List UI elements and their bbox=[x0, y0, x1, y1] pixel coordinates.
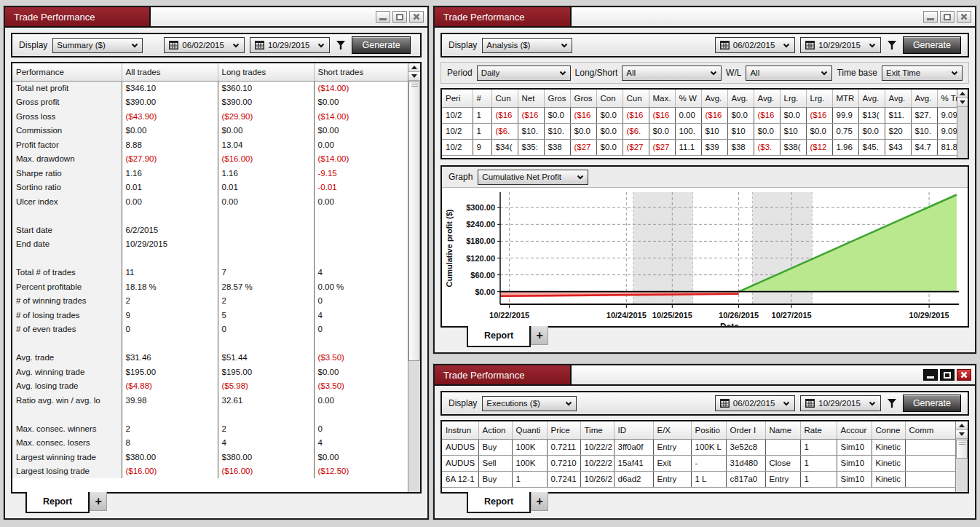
column-header[interactable]: Positio bbox=[691, 421, 726, 439]
timebase-select[interactable]: Exit Time bbox=[882, 66, 963, 81]
add-tab-button[interactable]: + bbox=[531, 326, 548, 345]
table-row[interactable]: 6A 12-1Buy10.724110/26/2d6ad2Entry1 Lc81… bbox=[442, 471, 961, 487]
filter-button[interactable] bbox=[886, 397, 898, 409]
scrollbar-thumb[interactable] bbox=[956, 440, 968, 459]
table-row[interactable]: Max. consec. losers844 bbox=[12, 436, 411, 451]
column-header[interactable]: Price bbox=[547, 421, 580, 439]
column-header[interactable]: Avg. bbox=[754, 90, 780, 107]
column-header[interactable]: Quanti bbox=[512, 421, 547, 439]
date-to-picker[interactable]: 10/29/2015 bbox=[800, 37, 881, 53]
wl-select[interactable]: All bbox=[746, 66, 832, 81]
date-to-picker[interactable]: 10/29/2015 bbox=[250, 37, 331, 53]
column-header[interactable]: Peri bbox=[442, 90, 473, 107]
close-button[interactable] bbox=[957, 11, 971, 23]
period-select[interactable]: Daily bbox=[477, 66, 571, 81]
add-tab-button[interactable]: + bbox=[531, 492, 548, 511]
maximize-button[interactable] bbox=[392, 11, 407, 23]
table-row[interactable] bbox=[12, 251, 411, 266]
table-row[interactable]: Total net profit$346.10$360.10($14.00) bbox=[12, 81, 411, 95]
titlebar[interactable]: Trade Performance bbox=[435, 7, 975, 28]
titlebar[interactable]: Trade Performance bbox=[5, 7, 427, 28]
scroll-down-button[interactable] bbox=[956, 430, 968, 439]
table-row[interactable]: Total # of trades1174 bbox=[12, 266, 411, 280]
table-row[interactable]: Sortino ratio0.010.01-0.01 bbox=[12, 181, 411, 195]
column-header[interactable]: Order I bbox=[726, 421, 765, 439]
minimize-button[interactable] bbox=[923, 369, 938, 381]
column-header[interactable]: Name bbox=[765, 421, 800, 439]
table-row[interactable]: AUDUSSell100K0.721010/22/215af41Exit-31d… bbox=[442, 455, 961, 471]
column-header[interactable]: Time bbox=[580, 421, 614, 439]
column-header[interactable]: MTR bbox=[832, 90, 858, 107]
display-select[interactable]: Executions ($) bbox=[482, 396, 577, 411]
scroll-down-button[interactable] bbox=[957, 98, 968, 107]
tab-report[interactable]: Report bbox=[467, 326, 531, 347]
table-row[interactable]: Ulcer index0.000.000.00 bbox=[12, 194, 411, 209]
minimize-button[interactable] bbox=[923, 11, 938, 23]
column-header[interactable]: # bbox=[473, 90, 491, 107]
table-row[interactable]: # of winning trades220 bbox=[12, 294, 411, 309]
table-row[interactable]: Gross profit$390.00$390.00$0.00 bbox=[12, 95, 411, 110]
filter-button[interactable] bbox=[886, 39, 898, 51]
column-header[interactable]: Net bbox=[518, 90, 544, 107]
table-row[interactable]: Ratio avg. win / avg. lo39.9832.610.00 bbox=[12, 393, 411, 408]
close-button[interactable] bbox=[409, 11, 424, 23]
column-header[interactable]: Short trades bbox=[314, 63, 411, 81]
longshort-select[interactable]: All bbox=[622, 66, 722, 81]
column-header[interactable]: All trades bbox=[122, 63, 218, 81]
table-row[interactable]: Avg. trade$31.46$51.44($3.50) bbox=[12, 351, 411, 365]
table-row[interactable] bbox=[12, 408, 411, 422]
vertical-scrollbar[interactable] bbox=[955, 421, 968, 492]
table-row[interactable]: Avg. winning trade$195.00$195.00$0.00 bbox=[12, 365, 411, 379]
column-header[interactable]: Gros bbox=[570, 90, 596, 107]
column-header[interactable]: Cun bbox=[491, 90, 518, 107]
table-row[interactable]: Profit factor8.8813.040.00 bbox=[12, 138, 411, 152]
generate-button[interactable]: Generate bbox=[903, 395, 961, 412]
table-row[interactable]: Commission$0.00$0.00$0.00 bbox=[12, 124, 411, 138]
table-row[interactable]: # of losing trades954 bbox=[12, 308, 411, 322]
scroll-down-button[interactable] bbox=[408, 72, 420, 81]
generate-button[interactable]: Generate bbox=[352, 36, 410, 54]
table-row[interactable]: Max. drawdown($27.90)($16.00)($14.00) bbox=[12, 152, 411, 167]
date-from-picker[interactable]: 06/02/2015 bbox=[715, 37, 796, 53]
minimize-button[interactable] bbox=[376, 11, 390, 23]
table-row[interactable] bbox=[12, 209, 411, 223]
graph-type-select[interactable]: Cumulative Net Profit bbox=[478, 170, 588, 185]
vertical-scrollbar[interactable] bbox=[408, 63, 420, 492]
table-row[interactable] bbox=[12, 336, 411, 351]
date-from-picker[interactable]: 06/02/2015 bbox=[164, 37, 245, 53]
maximize-button[interactable] bbox=[940, 369, 955, 381]
table-row[interactable]: Max. consec. winners220 bbox=[12, 421, 411, 436]
table-row[interactable]: 10/29$34($35:$38($27$0.0($27($2711.1$39$… bbox=[442, 139, 960, 155]
vertical-scrollbar[interactable] bbox=[957, 90, 968, 158]
column-header[interactable]: Avg. bbox=[858, 90, 885, 107]
column-header[interactable]: Long trades bbox=[218, 63, 314, 81]
column-header[interactable]: Cun bbox=[623, 90, 649, 107]
table-row[interactable]: # of even trades000 bbox=[12, 322, 411, 337]
column-header[interactable]: Instrun bbox=[442, 421, 478, 439]
scrollbar-track[interactable] bbox=[408, 82, 420, 492]
column-header[interactable]: Comm bbox=[905, 421, 961, 439]
tab-report[interactable]: Report bbox=[25, 492, 90, 513]
titlebar[interactable]: Trade Performance bbox=[435, 365, 975, 386]
table-row[interactable]: Sharpe ratio1.161.16-9.15 bbox=[12, 166, 411, 181]
column-header[interactable]: Avg. bbox=[911, 90, 937, 107]
column-header[interactable]: Lrg. bbox=[780, 90, 806, 107]
column-header[interactable]: Max. bbox=[649, 90, 675, 107]
column-header[interactable]: Avg. bbox=[701, 90, 727, 107]
tab-report[interactable]: Report bbox=[467, 492, 531, 513]
date-from-picker[interactable]: 06/02/2015 bbox=[715, 395, 796, 411]
column-header[interactable]: Avg. bbox=[727, 90, 754, 107]
table-row[interactable]: Avg. losing trade($4.88)($5.98)($3.50) bbox=[12, 379, 411, 394]
column-header[interactable]: E/X bbox=[653, 421, 691, 439]
table-row[interactable]: AUDUSBuy100K0.721110/22/23ff0a0fEntry100… bbox=[442, 439, 961, 455]
filter-button[interactable] bbox=[335, 39, 347, 51]
scrollbar-thumb[interactable] bbox=[408, 82, 420, 361]
scroll-up-button[interactable] bbox=[408, 63, 420, 72]
scrollbar-track[interactable] bbox=[956, 440, 968, 492]
column-header[interactable]: % W bbox=[675, 90, 701, 107]
column-header[interactable]: Conne bbox=[872, 421, 905, 439]
column-header[interactable]: Action bbox=[478, 421, 512, 439]
table-row[interactable]: Gross loss($43.90)($29.90)($14.00) bbox=[12, 109, 411, 124]
table-row[interactable]: End date10/29/2015 bbox=[12, 237, 411, 252]
close-button[interactable] bbox=[957, 369, 971, 381]
